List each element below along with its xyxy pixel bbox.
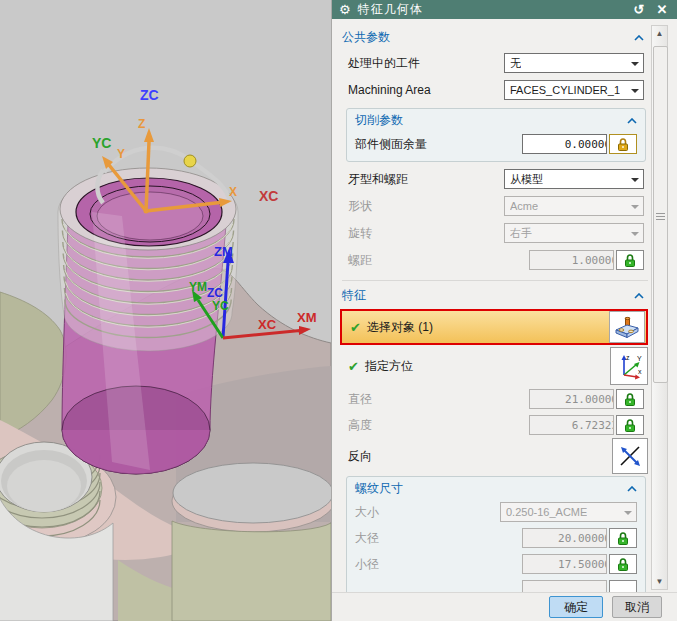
mcs-yc-label: YC [212,299,229,313]
green-lock-icon [617,557,629,572]
rotation-label: 旋转 [348,225,504,242]
dialog-footer: 确定 取消 [332,592,677,621]
row-machining-area: Machining Area FACES_CYLINDER_1 [348,80,644,100]
wcs-zc-label: ZC [140,87,159,103]
row-height: 高度 6.72323 [348,415,644,435]
gold-lock-icon [617,137,629,152]
thread-size-header: 螺纹尺寸 [355,480,637,496]
reset-icon[interactable]: ↺ [631,0,647,19]
major-diameter-lock-button[interactable] [609,528,637,548]
groupbox-cutting-params: 切削参数 部件侧面余量 0.00000 [346,108,646,162]
wcs-yc-label: YC [92,135,111,151]
dialog-scrollbar[interactable]: ▲ ▼ [651,25,668,590]
size-dropdown: 0.250-16_ACME [500,502,637,522]
scrollbar-thumb[interactable] [653,46,668,383]
row-diameter: 直径 21.00000 [348,389,644,409]
dropdown-caret-icon [631,205,639,209]
select-object-label: 选择对象 (1) [367,319,433,336]
side-stock-input[interactable]: 0.00000 [522,134,607,154]
size-label: 大小 [355,504,500,521]
pitch-lock-button[interactable] [616,250,644,270]
section-common-label: 公共参数 [342,29,390,46]
mcs-zm-label: ZM [214,244,233,259]
boss-feature-button[interactable] [609,311,645,343]
row-major-diameter: 大径 20.00000 [355,528,637,548]
wcs-xc-label: XC [259,188,278,204]
scroll-down-icon[interactable]: ▼ [652,574,667,589]
close-icon[interactable]: ✕ [654,0,670,19]
section-common-params: 公共参数 [342,28,644,46]
green-lock-icon [617,531,629,546]
workpiece-value: 无 [510,56,521,71]
clipped-lock-button[interactable] [609,580,637,592]
row-shape: 形状 Acme [348,196,644,216]
thread-form-dropdown[interactable]: 从模型 [504,169,644,189]
minor-diameter-value: 17.50000 [558,558,607,571]
machining-area-dropdown[interactable]: FACES_CYLINDER_1 [504,80,644,100]
reverse-direction-icon [617,443,643,469]
section-feature: 特征 [342,286,644,304]
cutting-params-label: 切削参数 [355,112,403,129]
diameter-lock-button[interactable] [616,389,644,409]
specify-orientation-row: ✔ 指定方位 z Y x [340,348,648,384]
wcs-z-label: Z [138,117,145,131]
svg-text:z: z [626,354,630,361]
collapse-chevron-icon[interactable] [627,481,637,495]
diameter-input: 21.00000 [529,389,614,409]
dropdown-caret-icon [631,232,639,236]
height-lock-button[interactable] [616,415,644,435]
ok-button[interactable]: 确定 [549,596,603,618]
workpiece-dropdown[interactable]: 无 [504,53,644,73]
scroll-up-icon[interactable]: ▲ [652,26,667,41]
csys-dialog-button[interactable]: z Y x [610,347,648,385]
size-value: 0.250-16_ACME [506,506,587,518]
mcs-zc-label: ZC [207,286,223,300]
dropdown-caret-icon [624,511,632,515]
orbit-ball-handle[interactable] [184,155,196,167]
specify-orientation-label: 指定方位 [365,358,413,375]
minor-diameter-lock-button[interactable] [609,554,637,574]
row-clipped [355,580,637,592]
pitch-value: 1.00000 [572,254,614,267]
dropdown-caret-icon [631,178,639,182]
height-input: 6.72323 [529,415,614,435]
reverse-direction-button[interactable] [612,438,648,474]
green-lock-icon [624,392,636,407]
row-side-stock: 部件侧面余量 0.00000 [355,134,637,154]
shape-label: 形状 [348,198,504,215]
side-stock-lock-button[interactable] [609,134,637,154]
dialog-title: 特征几何体 [358,1,423,18]
row-thread-form: 牙型和螺距 从模型 [348,169,644,189]
collapse-chevron-icon[interactable] [634,288,644,302]
svg-text:Y: Y [637,355,642,362]
row-reverse: 反向 [348,439,648,473]
dialog-titlebar[interactable]: ⚙ 特征几何体 ↺ ✕ [332,0,677,19]
scrollbar-grip [656,213,665,221]
cancel-button[interactable]: 取消 [612,596,662,618]
3d-scene: Z Y X ZC YC XC ZM YM ZC YC XC XM [0,0,331,621]
major-diameter-label: 大径 [355,530,522,547]
dropdown-caret-icon [631,62,639,66]
mcs-xc-label: XC [258,317,277,332]
mcs-ym-label: YM [189,280,207,294]
feature-geometry-dialog: ⚙ 特征几何体 ↺ ✕ 公共参数 处理中的工件 无 M [331,0,677,621]
csys-icon: z Y x [615,352,643,380]
side-stock-label: 部件侧面余量 [355,136,522,153]
dropdown-caret-icon [631,89,639,93]
minor-diameter-label: 小径 [355,556,522,573]
rotation-dropdown: 右手 [504,223,644,243]
row-workpiece: 处理中的工件 无 [348,53,644,73]
mcs-xm-label: XM [297,310,317,325]
check-icon: ✔ [348,359,359,374]
collapse-chevron-icon[interactable] [634,30,644,44]
pitch-label: 螺距 [348,252,529,269]
3d-viewport[interactable]: Z Y X ZC YC XC ZM YM ZC YC XC XM [0,0,331,621]
green-lock-icon [624,253,636,268]
pitch-input: 1.00000 [529,250,614,270]
svg-text:x: x [638,368,642,375]
select-object-row[interactable]: ✔ 选择对象 (1) [340,309,648,345]
thread-form-label: 牙型和螺距 [348,171,504,188]
shape-value: Acme [510,200,538,212]
thread-size-label: 螺纹尺寸 [355,480,403,497]
collapse-chevron-icon[interactable] [627,113,637,127]
